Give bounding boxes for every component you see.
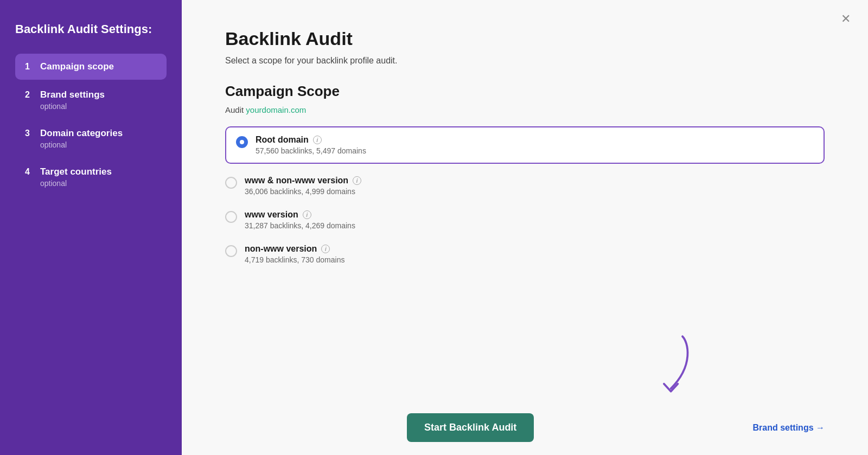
- radio-meta-www-nonwww: 36,006 backlinks, 4,999 domains: [245, 187, 361, 196]
- radio-circle-www-nonwww: [225, 177, 237, 189]
- radio-circle-non-www: [225, 245, 237, 257]
- sidebar-item-number-3: 3: [25, 129, 33, 138]
- sidebar-item-label-1: Campaign scope: [40, 61, 114, 72]
- info-icon-non-www[interactable]: i: [321, 245, 330, 253]
- sidebar-item-3[interactable]: 3 Domain categories optional: [15, 120, 167, 157]
- radio-option-non-www[interactable]: non-www version i 4,719 backlinks, 730 d…: [225, 242, 825, 266]
- audit-prefix: Audit: [225, 105, 246, 114]
- radio-option-www[interactable]: www version i 31,287 backlinks, 4,269 do…: [225, 208, 825, 232]
- radio-options: Root domain i 57,560 backlinks, 5,497 do…: [225, 126, 825, 266]
- sidebar-item-number-2: 2: [25, 90, 33, 100]
- radio-content-www: www version i 31,287 backlinks, 4,269 do…: [245, 210, 355, 230]
- radio-content-www-nonwww: www & non-www version i 36,006 backlinks…: [245, 176, 361, 196]
- radio-label-www: www version: [245, 210, 298, 220]
- brand-settings-link[interactable]: Brand settings →: [753, 423, 825, 433]
- sidebar-item-2[interactable]: 2 Brand settings optional: [15, 82, 167, 118]
- radio-option-root[interactable]: Root domain i 57,560 backlinks, 5,497 do…: [225, 126, 825, 164]
- radio-meta-root: 57,560 backlinks, 5,497 domains: [256, 146, 366, 155]
- radio-meta-www: 31,287 backlinks, 4,269 domains: [245, 221, 355, 230]
- sidebar-item-sub-3: optional: [40, 140, 157, 149]
- audit-domain-link[interactable]: yourdomain.com: [246, 105, 306, 114]
- sidebar-item-4[interactable]: 4 Target countries optional: [15, 159, 167, 195]
- info-icon-www-nonwww[interactable]: i: [353, 176, 361, 185]
- sidebar-item-number-1: 1: [25, 62, 33, 72]
- radio-meta-non-www: 4,719 backlinks, 730 domains: [245, 255, 344, 264]
- page-title: Backlink Audit: [225, 28, 825, 49]
- radio-label-www-nonwww: www & non-www version: [245, 176, 348, 185]
- footer-actions: Start Backlink Audit Brand settings →: [363, 400, 868, 455]
- radio-circle-root: [236, 136, 248, 148]
- sidebar-item-label-2: Brand settings: [40, 89, 105, 100]
- radio-label-non-www: non-www version: [245, 244, 317, 254]
- radio-content-non-www: non-www version i 4,719 backlinks, 730 d…: [245, 244, 344, 264]
- radio-circle-www: [225, 211, 237, 223]
- section-title: Campaign Scope: [225, 83, 825, 100]
- radio-label-root: Root domain: [256, 135, 309, 145]
- radio-option-www-nonwww[interactable]: www & non-www version i 36,006 backlinks…: [225, 174, 825, 198]
- audit-domain-row: Audit yourdomain.com: [225, 105, 825, 114]
- sidebar-item-number-4: 4: [25, 167, 33, 177]
- arrow-annotation: [613, 330, 700, 406]
- info-icon-root[interactable]: i: [313, 136, 322, 144]
- info-icon-www[interactable]: i: [303, 210, 311, 219]
- sidebar-item-label-3: Domain categories: [40, 128, 123, 139]
- sidebar-title: Backlink Audit Settings:: [15, 22, 167, 37]
- main-content: ✕ Backlink Audit Select a scope for your…: [182, 0, 868, 455]
- sidebar-item-label-4: Target countries: [40, 166, 112, 177]
- sidebar-item-1[interactable]: 1 Campaign scope: [15, 54, 167, 80]
- page-subtitle: Select a scope for your backlink profile…: [225, 56, 825, 66]
- radio-content-root: Root domain i 57,560 backlinks, 5,497 do…: [256, 135, 366, 155]
- sidebar: Backlink Audit Settings: 1 Campaign scop…: [0, 0, 182, 455]
- sidebar-item-sub-2: optional: [40, 102, 157, 111]
- sidebar-item-sub-4: optional: [40, 179, 157, 188]
- close-button[interactable]: ✕: [841, 13, 851, 25]
- start-audit-button[interactable]: Start Backlink Audit: [407, 413, 534, 442]
